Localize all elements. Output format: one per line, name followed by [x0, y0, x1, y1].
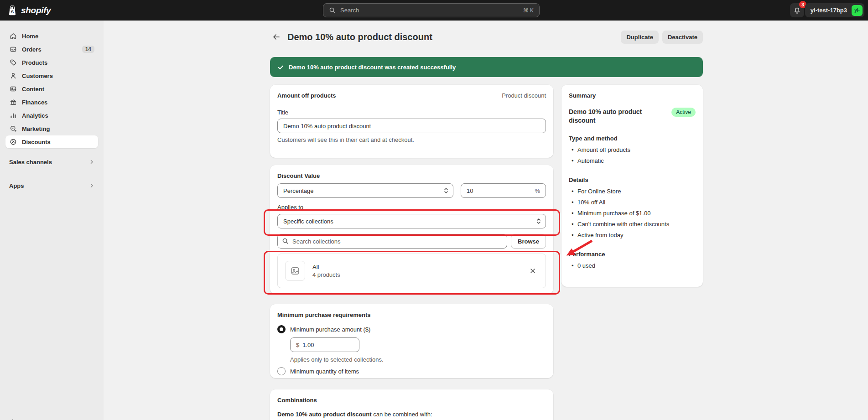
success-banner: Demo 10% auto product discount was creat… [270, 57, 703, 77]
orders-count-badge: 14 [82, 46, 94, 53]
global-search[interactable]: ⌘ K [323, 3, 540, 17]
discount-amount-value: 10 [467, 187, 535, 194]
minimum-amount-input[interactable]: $ 1.00 [290, 337, 359, 352]
sidebar-section-apps[interactable]: Apps [5, 179, 98, 192]
store-menu[interactable]: yi-test-17bp3 yi- [805, 3, 864, 17]
sidebar-item-finances[interactable]: Finances [5, 96, 98, 109]
banner-message: Demo 10% auto product discount was creat… [289, 64, 456, 71]
sidebar-item-products[interactable]: Products [5, 56, 98, 69]
sidebar-item-label: Content [22, 86, 44, 93]
list-item: Amount off products [569, 145, 696, 156]
sidebar-item-label: Customers [22, 73, 53, 79]
orders-icon [9, 45, 17, 53]
sidebar-item-label: Products [22, 59, 47, 66]
combinations-card: Combinations Demo 10% auto product disco… [270, 389, 553, 420]
sidebar-item-settings[interactable]: Settings [5, 416, 98, 420]
page-title: Demo 10% auto product discount [287, 32, 432, 42]
shopify-bag-icon: S [6, 5, 18, 16]
minimum-purchase-card: Minimum purchase requirements Minimum pu… [270, 304, 553, 378]
duplicate-button[interactable]: Duplicate [621, 31, 659, 43]
shopify-admin-page: S shopify ⌘ K 3 yi-test-17bp3 yi- [0, 0, 868, 420]
list-item: 10% off All [569, 197, 696, 208]
type-and-method-list: Amount off products Automatic [569, 145, 696, 166]
collection-thumbnail [285, 261, 305, 281]
shopify-wordmark: shopify [21, 5, 51, 16]
sidebar-item-analytics[interactable]: Analytics [5, 109, 98, 122]
applies-to-label: Applies to [277, 204, 546, 211]
content-icon [9, 85, 17, 93]
list-item: Active from today [569, 230, 696, 241]
search-icon [329, 7, 336, 14]
combinations-discount-name: Demo 10% auto product discount [277, 411, 372, 418]
discount-type-label: Product discount [502, 92, 546, 99]
selected-collection-row: All 4 products [277, 254, 546, 288]
list-item: Can't combine with other discounts [569, 219, 696, 230]
finances-icon [9, 98, 17, 106]
home-icon [9, 32, 17, 40]
combinations-suffix: can be combined with: [372, 411, 432, 418]
search-shortcut: ⌘ K [523, 7, 534, 14]
sidebar-item-label: Finances [22, 99, 47, 106]
applies-to-select[interactable]: Specific collections [277, 214, 546, 228]
performance-heading: Performance [569, 251, 696, 258]
browse-button[interactable]: Browse [511, 234, 546, 249]
remove-collection-button[interactable] [526, 264, 539, 277]
sidebar: Home Orders 14 Products Customers Conten… [0, 21, 104, 420]
minimum-amount-option-label: Minimum purchase amount ($) [290, 326, 370, 333]
list-item: Automatic [569, 156, 696, 166]
chevron-right-icon [89, 159, 94, 165]
customers-icon [9, 72, 17, 80]
title-helper-text: Customers will see this in their cart an… [277, 136, 546, 143]
search-input[interactable] [339, 6, 520, 14]
back-button[interactable] [270, 31, 283, 43]
discount-title-input[interactable] [277, 119, 546, 133]
collection-search-input[interactable] [277, 234, 507, 249]
marketing-icon [9, 124, 17, 133]
minimum-amount-radio[interactable] [277, 325, 286, 333]
store-avatar: yi- [852, 5, 863, 16]
discount-amount-input[interactable]: 10 % [461, 183, 546, 198]
status-badge: Active [671, 108, 696, 117]
discount-value-card: Discount Value Percentage 10 % Applies t… [270, 165, 553, 294]
notifications-button[interactable]: 3 [790, 3, 804, 17]
sidebar-item-customers[interactable]: Customers [5, 69, 98, 82]
performance-list: 0 used [569, 260, 696, 271]
sidebar-item-marketing[interactable]: Marketing [5, 122, 98, 135]
details-heading: Details [569, 176, 696, 183]
store-name: yi-test-17bp3 [811, 7, 847, 14]
analytics-icon [9, 111, 17, 119]
amount-off-products-card: Amount off products Product discount Tit… [270, 85, 553, 158]
card-title: Minimum purchase requirements [277, 311, 546, 318]
collection-product-count: 4 products [312, 271, 340, 278]
top-bar: S shopify ⌘ K 3 yi-test-17bp3 yi- [0, 0, 868, 21]
summary-discount-name: Demo 10% auto product discount [569, 108, 660, 125]
shopify-logo[interactable]: S shopify [6, 0, 51, 21]
products-icon [9, 58, 17, 67]
sidebar-item-label: Home [22, 33, 38, 40]
sidebar-item-content[interactable]: Content [5, 83, 98, 95]
sidebar-section-sales-channels[interactable]: Sales channels [5, 156, 98, 168]
currency-prefix: $ [296, 342, 299, 348]
arrow-left-icon [272, 32, 281, 41]
title-field-label: Title [277, 109, 546, 116]
sidebar-item-label: Analytics [22, 112, 48, 119]
apps-label: Apps [9, 182, 24, 189]
list-item: For Online Store [569, 186, 696, 197]
percent-suffix: % [535, 187, 540, 194]
minimum-helper-text: Applies only to selected collections. [290, 356, 546, 363]
card-title: Discount Value [277, 172, 546, 179]
sidebar-item-orders[interactable]: Orders 14 [5, 43, 98, 56]
page-header: Demo 10% auto product discount Duplicate… [270, 27, 703, 47]
type-and-method-heading: Type and method [569, 135, 696, 142]
chevron-updown-icon [536, 218, 541, 224]
list-item: 0 used [569, 260, 696, 271]
deactivate-button[interactable]: Deactivate [662, 31, 703, 43]
sidebar-item-home[interactable]: Home [5, 30, 98, 42]
sidebar-item-discounts[interactable]: Discounts [5, 135, 98, 148]
card-title: Amount off products [277, 92, 336, 99]
value-type-select[interactable]: Percentage [277, 183, 453, 198]
minimum-quantity-radio[interactable] [277, 367, 286, 375]
header-actions: Duplicate Deactivate [621, 31, 703, 43]
combinations-text: Demo 10% auto product discount can be co… [277, 410, 546, 419]
summary-card: Summary Demo 10% auto product discount A… [561, 85, 703, 287]
